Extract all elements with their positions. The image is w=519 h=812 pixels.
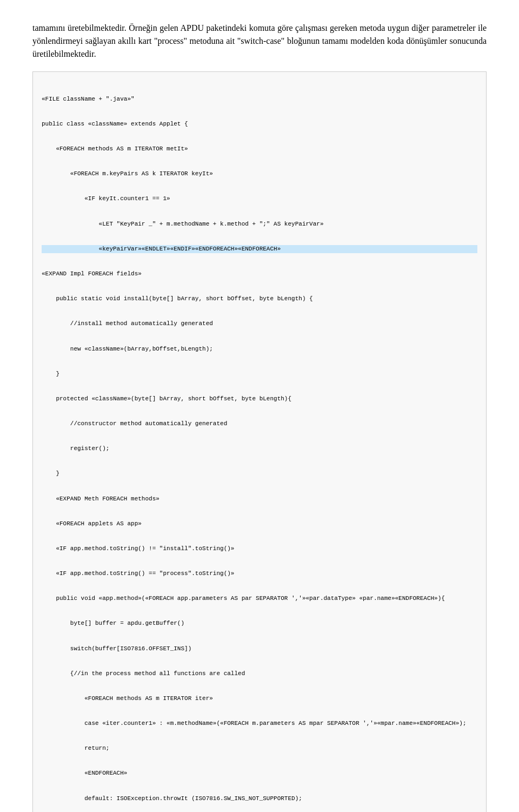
code-line-9: public static void install(byte[] bArray…: [42, 295, 477, 303]
code-block: «FILE className + ".java»" public class …: [32, 71, 487, 812]
code-line-12: }: [42, 370, 477, 378]
code-line-18: «FOREACH applets AS app»: [42, 520, 477, 528]
code-line-6: «LET "KeyPair _" + m.methodName + k.meth…: [42, 220, 477, 228]
code-line-1: «FILE className + ".java»": [42, 95, 477, 103]
code-line-2: public class «className» extends Applet …: [42, 120, 477, 128]
code-line-27: return;: [42, 744, 477, 752]
code-line-23: switch(buffer[ISO7816.OFFSET_INS]): [42, 645, 477, 653]
code-line-8: «EXPAND Impl FOREACH fields»: [42, 270, 477, 278]
code-line-25: «FOREACH methods AS m ITERATOR iter»: [42, 695, 477, 703]
code-line-11: new «className»(bArray,bOffset,bLength);: [42, 345, 477, 353]
code-line-7: «keyPairVar»«ENDLET»«ENDIF»«ENDFOREACH»«…: [42, 245, 477, 253]
code-line-29: default: ISOException.throwIt (ISO7816.S…: [42, 795, 477, 803]
code-line-13: protected «className»(byte[] bArray, sho…: [42, 395, 477, 403]
code-line-3: «FOREACH methods AS m ITERATOR metIt»: [42, 145, 477, 153]
code-line-10: //install method automatically generated: [42, 320, 477, 328]
intro-paragraph: tamamını üretebilmektedir. Örneğin gelen…: [32, 22, 487, 61]
code-line-20: «IF app.method.toString() == "process".t…: [42, 570, 477, 578]
code-line-21: public void «app.method»(«FOREACH app.pa…: [42, 595, 477, 603]
code-line-15: register();: [42, 445, 477, 453]
code-line-5: «IF keyIt.counter1 == 1»: [42, 195, 477, 203]
code-line-24: {//in the process method all functions a…: [42, 670, 477, 678]
code-line-17: «EXPAND Meth FOREACH methods»: [42, 495, 477, 503]
code-line-19: «IF app.method.toString() != "install".t…: [42, 545, 477, 553]
code-line-4: «FOREACH m.keyPairs AS k ITERATOR keyIt»: [42, 170, 477, 178]
code-line-26: case «iter.counter1» : «m.methodName»(«F…: [42, 719, 477, 728]
code-line-14: //constructor method automatically gener…: [42, 420, 477, 428]
code-line-28: «ENDFOREACH»: [42, 769, 477, 777]
code-line-16: }: [42, 470, 477, 478]
code-line-22: byte[] buffer = apdu.getBuffer(): [42, 619, 477, 628]
